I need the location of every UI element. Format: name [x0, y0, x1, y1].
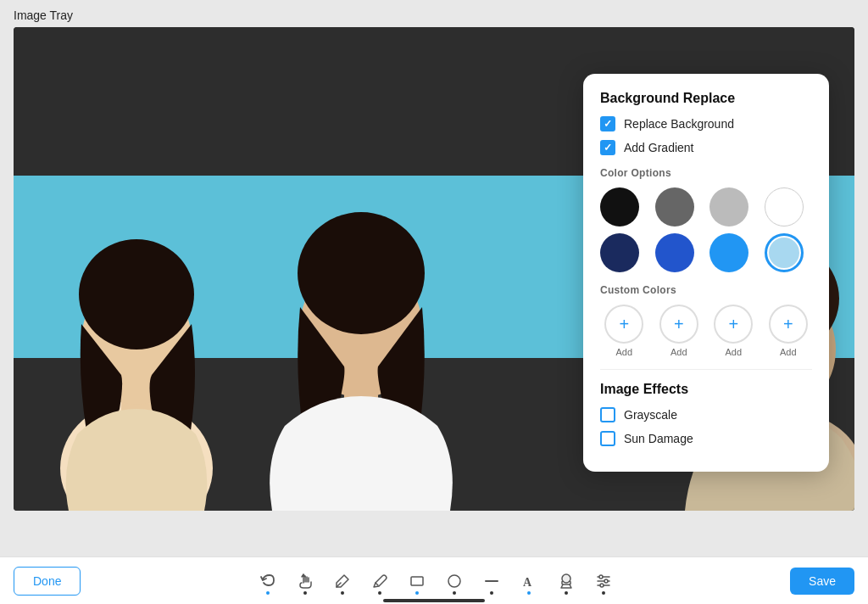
add-gradient-row[interactable]: ✓ Add Gradient [600, 140, 812, 155]
panel-divider [600, 369, 812, 370]
color-medium-blue[interactable] [655, 233, 694, 272]
custom-color-label-4: Add [780, 347, 797, 357]
person-center [259, 103, 463, 511]
add-gradient-checkbox[interactable]: ✓ [600, 140, 615, 155]
color-black[interactable] [600, 187, 639, 226]
svg-rect-12 [411, 577, 423, 585]
custom-color-add-3[interactable]: + [714, 305, 753, 344]
rect-icon[interactable] [407, 571, 427, 591]
custom-color-4: + Add [765, 305, 813, 357]
custom-color-1: + Add [600, 305, 648, 357]
color-dark-navy[interactable] [600, 233, 639, 272]
grayscale-row[interactable]: Grayscale [600, 407, 812, 422]
color-bright-blue[interactable] [709, 233, 748, 272]
svg-point-23 [600, 584, 604, 587]
text-icon[interactable]: A [519, 571, 539, 591]
image-effects-title: Image Effects [600, 382, 812, 397]
sun-damage-checkbox[interactable] [600, 431, 615, 446]
pencil-icon[interactable] [370, 571, 390, 591]
person-left [52, 146, 221, 511]
minus-icon[interactable] [481, 571, 502, 591]
background-replace-title: Background Replace [600, 91, 812, 106]
grayscale-checkbox[interactable] [600, 407, 615, 422]
svg-point-22 [604, 579, 608, 583]
panel: Background Replace ✓ Replace Background … [583, 74, 829, 472]
custom-color-3: + Add [709, 305, 758, 357]
svg-point-7 [298, 212, 425, 334]
svg-point-13 [448, 575, 460, 587]
canvas-area: Background Replace ✓ Replace Background … [14, 27, 854, 511]
replace-background-row[interactable]: ✓ Replace Background [600, 116, 812, 131]
custom-color-add-4[interactable]: + [769, 305, 808, 344]
color-white[interactable] [765, 187, 804, 226]
svg-point-21 [599, 575, 603, 579]
svg-point-17 [562, 574, 570, 583]
undo-icon[interactable] [258, 571, 278, 591]
custom-colors-grid: + Add + Add + Add + Add [600, 305, 812, 357]
custom-color-add-1[interactable]: + [604, 305, 643, 344]
done-button[interactable]: Done [14, 567, 81, 596]
custom-color-add-2[interactable]: + [659, 305, 698, 344]
erase-icon[interactable] [332, 571, 353, 591]
circle-icon[interactable] [444, 571, 465, 591]
stamp-icon[interactable] [556, 571, 576, 591]
custom-color-label-3: Add [725, 347, 742, 357]
replace-background-checkbox[interactable]: ✓ [600, 116, 615, 131]
color-light-gray[interactable] [709, 187, 748, 226]
pan-icon[interactable] [295, 571, 315, 591]
add-gradient-checkmark: ✓ [604, 142, 612, 154]
replace-background-checkmark: ✓ [604, 118, 612, 130]
toolbar: Done [0, 556, 868, 604]
color-light-blue[interactable] [765, 233, 804, 272]
custom-color-label-1: Add [615, 347, 632, 357]
sun-damage-label: Sun Damage [624, 432, 693, 445]
color-grid [600, 187, 812, 272]
grayscale-label: Grayscale [624, 408, 677, 422]
custom-color-2: + Add [655, 305, 704, 357]
sun-damage-row[interactable]: Sun Damage [600, 431, 812, 446]
svg-point-3 [79, 239, 194, 350]
sliders-icon[interactable] [593, 571, 614, 591]
color-options-label: Color Options [600, 167, 812, 179]
app-title: Image Tray [0, 0, 868, 27]
svg-text:A: A [523, 576, 532, 589]
color-dark-gray[interactable] [655, 187, 694, 226]
replace-background-label: Replace Background [624, 117, 734, 131]
add-gradient-label: Add Gradient [624, 141, 694, 154]
save-button[interactable]: Save [790, 568, 854, 595]
custom-color-label-2: Add [670, 347, 687, 357]
scroll-indicator [383, 599, 485, 602]
custom-colors-label: Custom Colors [600, 284, 812, 296]
toolbar-icons: A [258, 571, 614, 591]
